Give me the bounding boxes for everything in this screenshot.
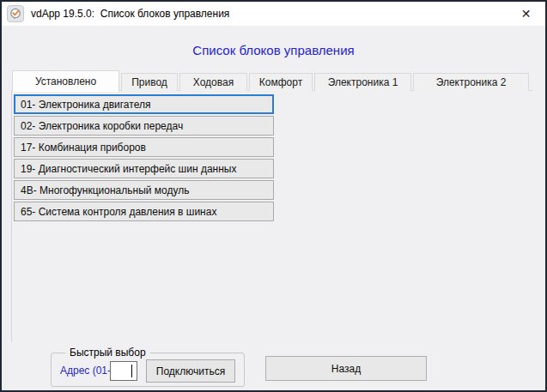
tab-comfort[interactable]: Комфорт: [249, 73, 313, 91]
app-window: vdApp 19.5.0: Список блоков управления ✕…: [0, 0, 547, 392]
tab-label: Электроника 2: [436, 76, 507, 88]
close-button[interactable]: ✕: [507, 2, 545, 26]
tab-label: Комфорт: [259, 76, 302, 88]
connect-button[interactable]: Подключиться: [146, 359, 235, 383]
tab-drivetrain[interactable]: Привод: [121, 73, 178, 91]
tab-label: Ходовая: [193, 76, 234, 88]
tab-electronics-1[interactable]: Электроника 1: [314, 73, 411, 91]
module-button-4b-multifunction[interactable]: 4B- Многофункциональный модуль: [14, 180, 274, 200]
text-caret: [131, 365, 132, 377]
address-input[interactable]: [110, 361, 137, 381]
page-title: Список блоков управления: [2, 43, 545, 57]
module-button-01-engine[interactable]: 01- Электроника двигателя: [14, 94, 274, 114]
close-icon: ✕: [521, 7, 532, 21]
tab-installed[interactable]: Установлено: [12, 70, 119, 92]
app-logo-icon: [7, 5, 24, 22]
tab-chassis[interactable]: Ходовая: [179, 73, 247, 91]
tab-label: Электроника 1: [328, 76, 398, 88]
quick-select-title: Быстрый выбор: [65, 347, 150, 359]
title-bar: vdApp 19.5.0: Список блоков управления ✕: [2, 2, 545, 26]
quick-select-group: Быстрый выбор Адрес (01-FF): Подключитьс…: [51, 353, 245, 387]
tab-label: Установлено: [35, 75, 96, 87]
module-list: 01- Электроника двигателя 02- Электроник…: [14, 94, 274, 223]
tab-page-left-border: [11, 91, 12, 342]
tab-electronics-2[interactable]: Электроника 2: [413, 73, 529, 91]
tab-strip: Установлено Привод Ходовая Комфорт Элект…: [12, 69, 531, 91]
module-button-65-tpms[interactable]: 65- Система контроля давления в шинах: [14, 202, 274, 221]
back-button[interactable]: Назад: [265, 356, 427, 381]
module-button-17-instruments[interactable]: 17- Комбинация приборов: [14, 137, 274, 157]
tab-label: Привод: [131, 76, 167, 88]
window-title: vdApp 19.5.0: Список блоков управления: [31, 8, 229, 20]
module-button-19-gateway[interactable]: 19- Диагностический интерфейс шин данных: [14, 159, 274, 178]
module-button-02-gearbox[interactable]: 02- Электроника коробки передач: [14, 116, 274, 136]
